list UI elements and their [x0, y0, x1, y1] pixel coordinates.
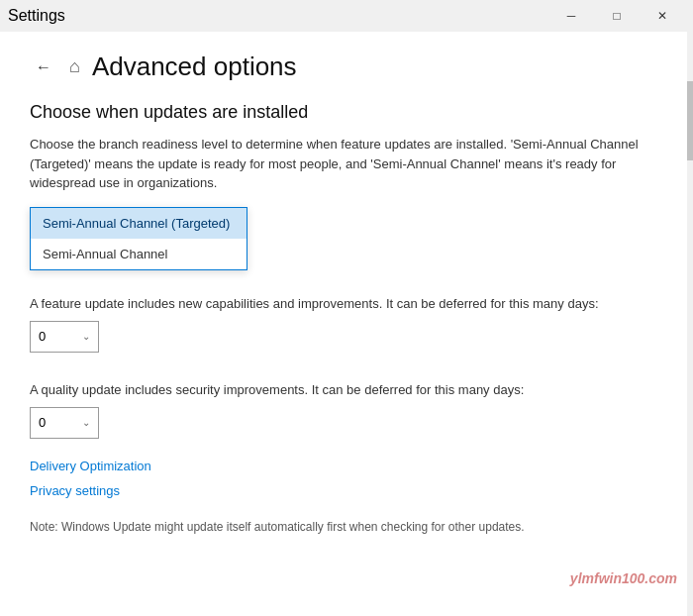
channel-dropdown-container[interactable]: Semi-Annual Channel (Targeted) Semi-Annu… — [30, 207, 248, 270]
titlebar: Settings ─ □ ✕ — [0, 0, 693, 32]
channel-dropdown[interactable]: Semi-Annual Channel (Targeted) Semi-Annu… — [30, 207, 248, 270]
titlebar-controls: ─ □ ✕ — [548, 0, 685, 32]
quality-update-days-dropdown[interactable]: 0 ⌄ — [30, 407, 99, 439]
quality-dropdown-chevron-icon: ⌄ — [82, 417, 90, 428]
scrollbar[interactable] — [687, 32, 693, 616]
back-button[interactable]: ← — [30, 53, 57, 81]
settings-window: Settings ─ □ ✕ ← ⌂ Advanced options Choo… — [0, 0, 693, 616]
feature-update-days-value: 0 — [39, 329, 46, 344]
feature-update-text: A feature update includes new capabiliti… — [30, 296, 657, 311]
quality-update-text: A quality update includes security impro… — [30, 382, 657, 397]
privacy-settings-link[interactable]: Privacy settings — [30, 483, 657, 498]
scrollbar-thumb[interactable] — [687, 81, 693, 160]
home-icon[interactable]: ⌂ — [69, 56, 80, 77]
titlebar-title: Settings — [8, 7, 65, 25]
channel-option-targeted[interactable]: Semi-Annual Channel (Targeted) — [31, 208, 247, 239]
main-content: ← ⌂ Advanced options Choose when updates… — [0, 32, 687, 616]
minimize-button[interactable]: ─ — [548, 0, 594, 32]
quality-update-days-value: 0 — [39, 415, 46, 430]
watermark: ylmfwin100.com — [570, 570, 677, 586]
feature-update-days-dropdown[interactable]: 0 ⌄ — [30, 321, 99, 353]
page-title: Advanced options — [92, 51, 297, 82]
maximize-button[interactable]: □ — [594, 0, 640, 32]
content-area: ← ⌂ Advanced options Choose when updates… — [0, 32, 693, 616]
titlebar-left: Settings — [8, 7, 65, 25]
nav-header: ← ⌂ Advanced options — [30, 51, 657, 82]
note-text: Note: Windows Update might update itself… — [30, 518, 657, 536]
section-description: Choose the branch readiness level to det… — [30, 135, 657, 193]
delivery-optimization-link[interactable]: Delivery Optimization — [30, 459, 657, 473]
feature-dropdown-chevron-icon: ⌄ — [82, 331, 90, 342]
close-button[interactable]: ✕ — [640, 0, 685, 32]
channel-option-standard[interactable]: Semi-Annual Channel — [31, 239, 247, 269]
section-title: Choose when updates are installed — [30, 102, 657, 123]
